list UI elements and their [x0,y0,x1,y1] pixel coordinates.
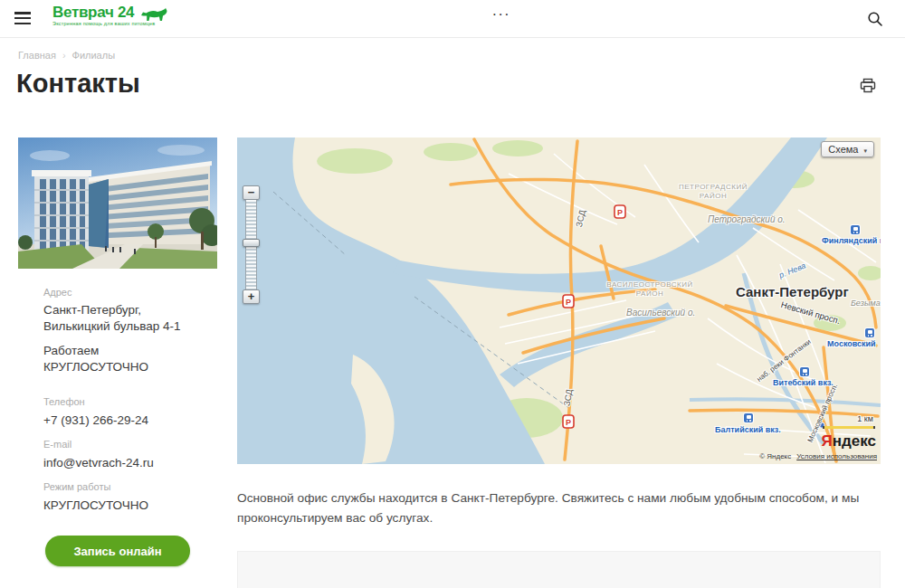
phone-block: Телефон +7 (931) 266-29-24 [43,396,206,429]
office-description: Основной офис службы находится в Санкт-П… [237,488,875,528]
bottom-section-panel [237,551,881,588]
phone-label: Телефон [43,396,206,407]
logo[interactable]: Ветврач 24 Экстренная помощь для ваших п… [52,4,161,26]
map-scale-bar [823,426,875,429]
svg-text:Р: Р [617,208,623,217]
zoom-slider-handle[interactable] [243,239,260,247]
petrogradsky-island-label: Петроградский о. [708,214,786,224]
email-label: E-mail [43,439,206,450]
map-zoom-control: − + [243,185,261,304]
map-scale-label: 1 км [857,414,873,423]
contacts-page: Ветврач 24 Экстренная помощь для ваших п… [0,0,905,588]
schedule-label: Режим работы [43,481,206,492]
zoom-in-button[interactable]: + [243,289,260,304]
office-building-photo [18,138,217,269]
email-block: E-mail info@vetvrach-24.ru [43,439,206,471]
zoom-out-button[interactable]: − [243,185,260,200]
more-menu[interactable]: ... [492,2,510,20]
finlyandsky-station-icon [851,225,860,234]
city-label: Санкт-Петербург [736,284,849,299]
hours-value: КРУГЛОСУТОЧНО [43,359,206,375]
baltiysky-station-label: Балтийский вкз. [715,425,781,434]
online-booking-button[interactable]: Запись онлайн [45,536,190,566]
svg-text:Р: Р [566,418,571,427]
address-block: Адрес Санкт-Петербург, Вилькицкий бульва… [43,287,206,375]
menu-icon[interactable] [14,12,31,25]
finlyandsky-station-label: Финляндский вк [822,236,881,245]
breadcrumb: Главная›Филиалы [18,50,115,61]
moskovsky-station-icon [865,328,874,337]
phone-value[interactable]: +7 (931) 266-29-24 [43,413,206,429]
svg-text:Р: Р [566,298,571,307]
baltiysky-station-icon [744,413,753,422]
vitebsky-station-icon [800,367,809,376]
map-copyright: © Яндекс [759,452,791,460]
address-label: Адрес [43,287,206,298]
breadcrumb-separator: › [62,50,66,61]
schedule-block: Режим работы КРУГЛОСУТОЧНО [43,481,206,514]
dog-icon [139,7,168,25]
breadcrumb-home[interactable]: Главная [18,50,56,61]
breadcrumb-section[interactable]: Филиалы [72,50,116,61]
address-line2: Вилькицкий бульвар 4-1 [43,318,206,335]
email-value[interactable]: info@vetvrach-24.ru [43,455,206,471]
page-title: Контакты [16,69,140,99]
vitebsky-station-label: Витебский вкз. [773,378,834,387]
print-icon[interactable] [860,78,876,94]
chevron-down-icon: ▾ [863,147,867,154]
yandex-logo[interactable]: Яндекс [822,432,876,450]
hours-intro: Работаем [43,343,206,359]
vasilievsky-island-label: Васильевский о. [626,308,695,318]
bezymyanny-label: Безыма [851,299,881,308]
schedule-value: КРУГЛОСУТОЧНО [43,498,206,514]
search-icon[interactable] [867,11,883,27]
map-attribution: © ЯндексУсловия использования [759,452,877,460]
terms-of-use-link[interactable]: Условия использования [796,452,877,460]
address-line1: Санкт-Петербург, [43,302,206,318]
yandex-map[interactable]: Р Р Р ПЕТРОГРАДСКИЙРАЙОН ВАСИЛЕОСТРОВСКИ… [237,138,881,464]
district-petrogradsky-label: ПЕТРОГРАДСКИЙРАЙОН [672,183,755,201]
moskovsky-station-label: Московский [827,339,876,348]
top-header: Ветврач 24 Экстренная помощь для ваших п… [0,0,905,38]
map-layer-button[interactable]: Схема▾ [821,141,874,157]
district-vasileostrovsky-label: ВАСИЛЕОСТРОВСКИЙРАЙОН [606,280,693,299]
